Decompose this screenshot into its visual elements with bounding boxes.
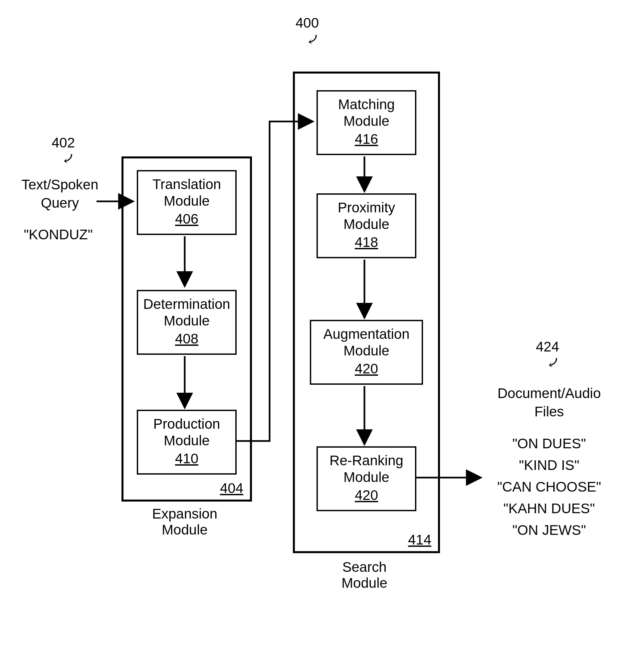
reranking-ref: 420 [355,487,378,503]
expansion-caption-l2: Module [162,522,208,538]
search-module-container: Matching Module 416 Proximity Module 418… [293,72,440,553]
input-ref-label: 402 [52,135,75,151]
production-module-box: Production Module 410 [137,410,237,474]
input-label-line1: Text/Spoken [21,177,98,192]
augmentation-module-box: Augmentation Module 420 [310,320,423,385]
translation-title-l2: Module [138,193,235,209]
determination-ref: 408 [175,331,198,347]
output-result-2: "CAN CHOOSE" [497,479,601,495]
augmentation-ref: 420 [355,361,378,377]
proximity-title-l2: Module [318,216,415,233]
expansion-module-container: Translation Module 406 Determination Mod… [122,157,252,501]
proximity-title-l1: Proximity [318,199,415,216]
expansion-caption: Expansion Module [135,506,235,538]
determination-module-box: Determination Module 408 [137,290,237,355]
output-result-1: "KIND IS" [519,457,580,473]
matching-title-l2: Module [318,113,415,130]
figure-ref-arrow-icon: ⤸ [303,29,321,49]
output-results: "ON DUES" "KIND IS" "CAN CHOOSE" "KAHN D… [484,433,614,541]
reranking-title-l2: Module [318,469,415,486]
matching-ref: 416 [355,131,378,147]
reranking-module-box: Re-Ranking Module 420 [317,446,417,511]
translation-ref: 406 [175,211,198,227]
expansion-caption-l1: Expansion [152,506,217,521]
augmentation-title-l2: Module [311,343,422,359]
search-caption-l1: Search [342,559,386,575]
reranking-title-l1: Re-Ranking [318,452,415,469]
diagram-canvas: 400 ⤸ 402 ⤸ Text/Spoken Query "KONDUZ" T… [0,0,644,652]
figure-ref-label: 400 [296,15,319,31]
production-title-l2: Module [138,432,235,449]
output-result-3: "KAHN DUES" [504,500,595,516]
search-caption-l2: Module [342,575,387,591]
output-result-4: "ON JEWS" [512,522,586,538]
production-ref: 410 [175,451,198,467]
input-ref-arrow-icon: ⤸ [59,148,76,168]
matching-module-box: Matching Module 416 [317,90,417,155]
search-ref: 414 [408,532,431,548]
determination-title-l2: Module [138,313,235,329]
translation-module-box: Translation Module 406 [137,170,237,235]
output-ref-label: 424 [536,339,559,355]
matching-title-l1: Matching [318,96,415,113]
proximity-ref: 418 [355,234,378,250]
expansion-ref: 404 [220,480,243,496]
determination-title-l1: Determination [138,296,235,313]
augmentation-title-l1: Augmentation [311,326,422,343]
production-title-l1: Production [138,416,235,432]
output-result-0: "ON DUES" [512,436,586,451]
input-label-line2: Query [41,195,79,211]
translation-title-l1: Translation [138,176,235,193]
input-label: Text/Spoken Query [12,176,108,212]
output-label-l1: Document/Audio [498,385,601,401]
search-caption: Search Module [315,559,414,591]
proximity-module-box: Proximity Module 418 [317,193,417,258]
output-label: Document/Audio Files [484,384,614,421]
output-label-l2: Files [535,404,564,419]
input-example: "KONDUZ" [15,226,102,244]
output-ref-arrow-icon: ⤸ [543,352,561,372]
